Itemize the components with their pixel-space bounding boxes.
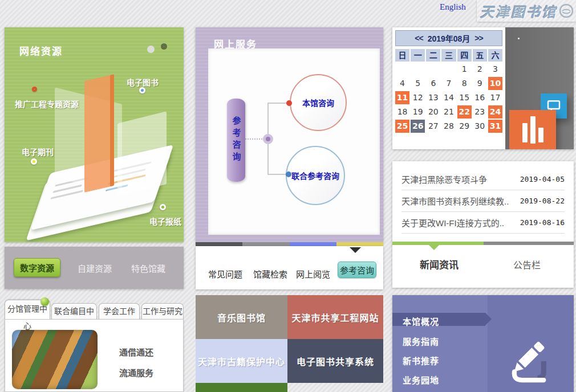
calendar-month-label: 2019年08月 (428, 32, 470, 44)
resource-link-enewspapers[interactable]: 电子报纸 (149, 215, 181, 227)
calendar-prev-button[interactable]: << (415, 34, 423, 43)
calendar-week-row: 4 5 6 7 8 9 10 (395, 77, 502, 90)
menu-item-business-garden[interactable]: 业务园地 (403, 374, 439, 386)
calendar-date[interactable]: 28 (441, 120, 456, 133)
library-homepage: English 天津图书馆 网络资源 (0, 0, 576, 392)
calendar-date-highlighted[interactable]: 10 (488, 77, 502, 90)
calendar-week-row: 1 2 3 (395, 63, 502, 76)
tab-work-research[interactable]: 工作与研究 (141, 303, 184, 319)
menu-item-service-guide[interactable]: 服务指南 (403, 335, 439, 347)
news-panel: 天津扫黑除恶专项斗争 2019-04-05 天津市图书资料系列继续教.. 201… (392, 161, 574, 288)
calendar-date[interactable]: 16 (473, 91, 487, 104)
calendar-panel: << 2019年08月 >> 日一 二三 四五 六 1 2 3 4 5 6 (392, 27, 574, 149)
calendar-date[interactable]: 21 (441, 105, 456, 119)
calendar-date[interactable]: 30 (473, 120, 487, 133)
resource-link-ejournals[interactable]: 电子期刊 (22, 146, 54, 157)
calendar-date[interactable]: 15 (457, 91, 472, 104)
menu-item-new-books[interactable]: 新书推荐 (403, 354, 439, 366)
calendar-date[interactable]: 3 (488, 63, 502, 76)
tab-society-work[interactable]: 学会工作 (99, 303, 140, 319)
reference-root-node: 参考咨询 (227, 99, 245, 182)
news-item[interactable]: 关于更改WI-FI连接方式的.. 2019-08-16 (401, 212, 565, 234)
menu-item-overview[interactable]: 本馆概况 (403, 315, 439, 327)
pencil-icon (502, 336, 552, 386)
tab-catalog-search[interactable]: 馆藏检索 (253, 268, 287, 280)
active-tab-pointer-icon (350, 247, 361, 253)
link-ancient-books-center[interactable]: 天津市古籍保护中心 (196, 339, 287, 383)
documents-illustration (5, 27, 184, 242)
branch-section: 分馆管理中心 联合编目中心 学会工作 工作与研究 通借通还 流通服务 (5, 296, 184, 392)
union-reference-circle[interactable]: 联合参考咨询 (286, 146, 345, 205)
link-ebook-sharing-system[interactable]: 电子图书共享系统 (287, 339, 383, 383)
calendar-week-row: 18 19 20 21 22 23 24 (395, 105, 502, 119)
calendar-date[interactable]: 23 (473, 105, 487, 119)
calendar-date-highlighted[interactable]: 24 (488, 105, 502, 119)
calendar-date-highlighted[interactable]: 31 (488, 120, 502, 133)
calendar-date-highlighted[interactable]: 25 (395, 120, 409, 133)
calendar-date-highlighted[interactable]: 22 (457, 105, 472, 119)
calendar-date[interactable]: 5 (411, 77, 425, 90)
resource-tab-strip: 数字资源 自建资源 特色馆藏 (5, 247, 184, 289)
ebooks-dot-icon (139, 87, 145, 93)
calendar-date[interactable]: 19 (411, 105, 425, 119)
calendar-date[interactable]: 18 (395, 105, 409, 119)
logo-text: 天津图书馆 (480, 1, 557, 21)
green-ball-icon (40, 297, 49, 306)
enewspaper-dot-icon (160, 204, 166, 210)
resource-link-ebooks[interactable]: 电子图书 (127, 76, 159, 88)
tab-news[interactable]: 新闻资讯 (420, 257, 459, 271)
service-tab-bar: 常见问题 馆藏检索 网上阅览 参考咨询 (196, 246, 383, 289)
calendar-date[interactable]: 27 (426, 120, 440, 133)
calendar-date[interactable]: 20 (426, 105, 440, 119)
logo-circle-icon (559, 3, 574, 18)
calendar-date[interactable]: 9 (473, 77, 487, 90)
calendar-side-banner (505, 27, 574, 149)
site-logo[interactable]: 天津图书馆 (477, 0, 576, 22)
calendar-header: << 2019年08月 >> (395, 30, 502, 46)
tab-faq[interactable]: 常见问题 (208, 268, 242, 280)
link-circulation-service[interactable]: 流通服务 (119, 366, 153, 378)
diagram-junction-dot (263, 134, 273, 144)
local-consultation-circle[interactable]: 本馆咨询 (290, 74, 347, 131)
promotion-dot-icon (32, 87, 37, 92)
link-music-library[interactable]: 音乐图书馆 (196, 295, 287, 339)
green-bar (196, 383, 287, 392)
red-node-dot (286, 100, 292, 106)
tab-self-built-resources[interactable]: 自建资源 (78, 262, 112, 274)
calendar-date[interactable]: 7 (441, 77, 456, 90)
tab-union-cataloging[interactable]: 联合编目中心 (51, 303, 97, 319)
news-item[interactable]: 天津市图书资料系列继续教.. 2019-08-22 (401, 190, 565, 212)
network-resources-panel: 网络资源 电子图书 推广工程专题资源 电子期刊 电子报纸 (5, 27, 184, 242)
news-tab-pointer-icon (429, 245, 439, 250)
resource-link-promotion[interactable]: 推广工程专题资源 (15, 98, 79, 109)
english-link[interactable]: English (440, 2, 466, 12)
service-indicator-strip (196, 242, 383, 246)
branch-content-panel: 通借通还 流通服务 (5, 319, 184, 392)
calendar-date[interactable]: 14 (441, 91, 456, 104)
tab-online-reading[interactable]: 网上阅览 (296, 268, 330, 280)
news-item[interactable]: 天津扫黑除恶专项斗争 2019-04-05 (401, 169, 565, 190)
calendar-date[interactable]: 29 (457, 120, 472, 133)
calendar-date[interactable]: 4 (395, 77, 409, 90)
link-sharing-project-site[interactable]: 天津市共享工程网站 (287, 295, 383, 339)
tab-reference-consultation[interactable]: 参考咨询 (338, 262, 376, 278)
calendar-date[interactable]: 13 (426, 91, 440, 104)
calendar-date[interactable]: 2 (473, 63, 487, 76)
calendar-date[interactable]: 12 (411, 91, 425, 104)
calendar-date[interactable]: 1 (457, 63, 472, 76)
calendar-date-today[interactable]: 26 (411, 120, 425, 133)
calendar-day-headers: 日一 二三 四五 六 (395, 49, 502, 62)
calendar-next-button[interactable]: >> (474, 34, 482, 43)
calendar-week-row: 11 12 13 14 15 16 17 (395, 91, 502, 104)
calendar-week-row: 25 26 27 28 29 30 31 (395, 120, 502, 133)
bar-chart-icon[interactable] (509, 110, 556, 149)
online-services-panel: 网上服务 参考咨询 本馆咨询 联合参考咨询 (196, 27, 383, 242)
link-interlibrary-loan[interactable]: 通借通还 (119, 346, 153, 358)
calendar-date[interactable]: 8 (457, 77, 472, 90)
tab-bulletin-board[interactable]: 公告栏 (513, 258, 541, 271)
tab-special-collections[interactable]: 特色馆藏 (131, 262, 165, 274)
calendar-date-highlighted[interactable]: 11 (395, 91, 409, 104)
calendar-date[interactable]: 17 (488, 91, 502, 104)
calendar-date[interactable]: 6 (426, 77, 440, 90)
tab-digital-resources[interactable]: 数字资源 (14, 258, 60, 277)
